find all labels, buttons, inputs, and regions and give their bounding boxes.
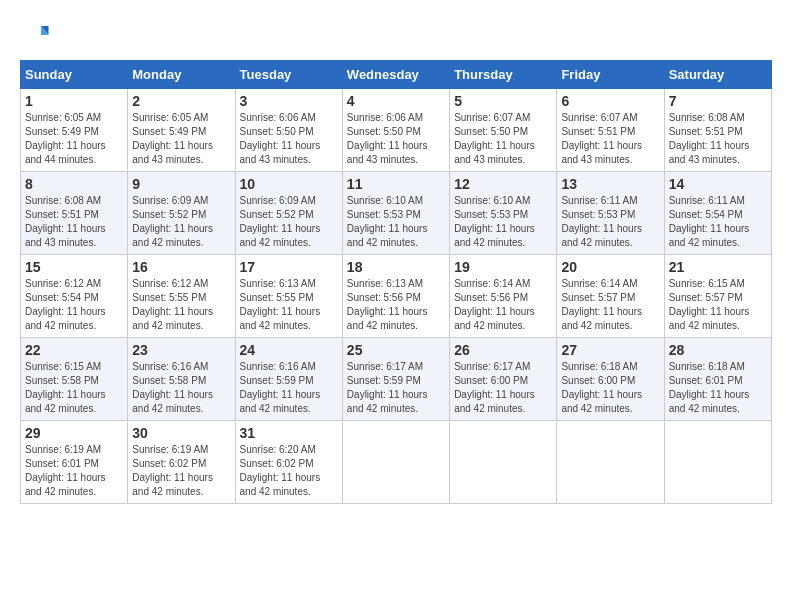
header-day-friday: Friday (557, 61, 664, 89)
header-day-monday: Monday (128, 61, 235, 89)
day-info: Sunrise: 6:12 AM Sunset: 5:54 PM Dayligh… (25, 277, 123, 333)
day-number: 2 (132, 93, 230, 109)
day-number: 10 (240, 176, 338, 192)
calendar-cell: 29Sunrise: 6:19 AM Sunset: 6:01 PM Dayli… (21, 421, 128, 504)
calendar-week-5: 29Sunrise: 6:19 AM Sunset: 6:01 PM Dayli… (21, 421, 772, 504)
calendar-cell: 4Sunrise: 6:06 AM Sunset: 5:50 PM Daylig… (342, 89, 449, 172)
day-info: Sunrise: 6:18 AM Sunset: 6:01 PM Dayligh… (669, 360, 767, 416)
calendar-week-4: 22Sunrise: 6:15 AM Sunset: 5:58 PM Dayli… (21, 338, 772, 421)
calendar-cell (664, 421, 771, 504)
day-info: Sunrise: 6:11 AM Sunset: 5:54 PM Dayligh… (669, 194, 767, 250)
day-info: Sunrise: 6:09 AM Sunset: 5:52 PM Dayligh… (132, 194, 230, 250)
day-info: Sunrise: 6:16 AM Sunset: 5:58 PM Dayligh… (132, 360, 230, 416)
calendar-cell: 24Sunrise: 6:16 AM Sunset: 5:59 PM Dayli… (235, 338, 342, 421)
header-day-sunday: Sunday (21, 61, 128, 89)
calendar-cell: 6Sunrise: 6:07 AM Sunset: 5:51 PM Daylig… (557, 89, 664, 172)
day-info: Sunrise: 6:14 AM Sunset: 5:56 PM Dayligh… (454, 277, 552, 333)
day-number: 16 (132, 259, 230, 275)
day-info: Sunrise: 6:06 AM Sunset: 5:50 PM Dayligh… (240, 111, 338, 167)
day-info: Sunrise: 6:08 AM Sunset: 5:51 PM Dayligh… (669, 111, 767, 167)
calendar-cell: 28Sunrise: 6:18 AM Sunset: 6:01 PM Dayli… (664, 338, 771, 421)
calendar-cell: 23Sunrise: 6:16 AM Sunset: 5:58 PM Dayli… (128, 338, 235, 421)
day-number: 29 (25, 425, 123, 441)
header (20, 20, 772, 50)
calendar-cell: 13Sunrise: 6:11 AM Sunset: 5:53 PM Dayli… (557, 172, 664, 255)
day-number: 15 (25, 259, 123, 275)
calendar-cell (557, 421, 664, 504)
day-number: 22 (25, 342, 123, 358)
calendar-cell: 7Sunrise: 6:08 AM Sunset: 5:51 PM Daylig… (664, 89, 771, 172)
day-number: 3 (240, 93, 338, 109)
calendar-cell: 5Sunrise: 6:07 AM Sunset: 5:50 PM Daylig… (450, 89, 557, 172)
day-number: 7 (669, 93, 767, 109)
day-number: 28 (669, 342, 767, 358)
day-info: Sunrise: 6:05 AM Sunset: 5:49 PM Dayligh… (132, 111, 230, 167)
day-number: 19 (454, 259, 552, 275)
day-info: Sunrise: 6:17 AM Sunset: 6:00 PM Dayligh… (454, 360, 552, 416)
day-number: 17 (240, 259, 338, 275)
header-day-tuesday: Tuesday (235, 61, 342, 89)
calendar-cell: 19Sunrise: 6:14 AM Sunset: 5:56 PM Dayli… (450, 255, 557, 338)
day-number: 31 (240, 425, 338, 441)
day-info: Sunrise: 6:19 AM Sunset: 6:01 PM Dayligh… (25, 443, 123, 499)
calendar-cell: 31Sunrise: 6:20 AM Sunset: 6:02 PM Dayli… (235, 421, 342, 504)
calendar-cell: 3Sunrise: 6:06 AM Sunset: 5:50 PM Daylig… (235, 89, 342, 172)
day-info: Sunrise: 6:17 AM Sunset: 5:59 PM Dayligh… (347, 360, 445, 416)
day-info: Sunrise: 6:10 AM Sunset: 5:53 PM Dayligh… (454, 194, 552, 250)
calendar-cell: 12Sunrise: 6:10 AM Sunset: 5:53 PM Dayli… (450, 172, 557, 255)
day-info: Sunrise: 6:09 AM Sunset: 5:52 PM Dayligh… (240, 194, 338, 250)
calendar-cell (342, 421, 449, 504)
day-info: Sunrise: 6:15 AM Sunset: 5:58 PM Dayligh… (25, 360, 123, 416)
day-number: 21 (669, 259, 767, 275)
day-number: 14 (669, 176, 767, 192)
day-number: 20 (561, 259, 659, 275)
calendar-cell: 21Sunrise: 6:15 AM Sunset: 5:57 PM Dayli… (664, 255, 771, 338)
day-info: Sunrise: 6:12 AM Sunset: 5:55 PM Dayligh… (132, 277, 230, 333)
day-info: Sunrise: 6:08 AM Sunset: 5:51 PM Dayligh… (25, 194, 123, 250)
calendar-cell: 17Sunrise: 6:13 AM Sunset: 5:55 PM Dayli… (235, 255, 342, 338)
calendar-cell: 26Sunrise: 6:17 AM Sunset: 6:00 PM Dayli… (450, 338, 557, 421)
day-number: 4 (347, 93, 445, 109)
day-number: 9 (132, 176, 230, 192)
calendar-cell: 22Sunrise: 6:15 AM Sunset: 5:58 PM Dayli… (21, 338, 128, 421)
day-number: 27 (561, 342, 659, 358)
day-number: 5 (454, 93, 552, 109)
header-row: SundayMondayTuesdayWednesdayThursdayFrid… (21, 61, 772, 89)
day-info: Sunrise: 6:13 AM Sunset: 5:56 PM Dayligh… (347, 277, 445, 333)
day-number: 24 (240, 342, 338, 358)
calendar-cell: 2Sunrise: 6:05 AM Sunset: 5:49 PM Daylig… (128, 89, 235, 172)
calendar-week-3: 15Sunrise: 6:12 AM Sunset: 5:54 PM Dayli… (21, 255, 772, 338)
day-number: 1 (25, 93, 123, 109)
day-number: 25 (347, 342, 445, 358)
calendar-cell: 25Sunrise: 6:17 AM Sunset: 5:59 PM Dayli… (342, 338, 449, 421)
day-info: Sunrise: 6:16 AM Sunset: 5:59 PM Dayligh… (240, 360, 338, 416)
day-info: Sunrise: 6:05 AM Sunset: 5:49 PM Dayligh… (25, 111, 123, 167)
day-number: 30 (132, 425, 230, 441)
day-number: 13 (561, 176, 659, 192)
header-day-saturday: Saturday (664, 61, 771, 89)
day-number: 6 (561, 93, 659, 109)
header-day-thursday: Thursday (450, 61, 557, 89)
calendar-cell: 11Sunrise: 6:10 AM Sunset: 5:53 PM Dayli… (342, 172, 449, 255)
calendar-week-2: 8Sunrise: 6:08 AM Sunset: 5:51 PM Daylig… (21, 172, 772, 255)
logo (20, 20, 54, 50)
header-day-wednesday: Wednesday (342, 61, 449, 89)
day-number: 8 (25, 176, 123, 192)
day-number: 12 (454, 176, 552, 192)
calendar-cell: 30Sunrise: 6:19 AM Sunset: 6:02 PM Dayli… (128, 421, 235, 504)
calendar-cell: 1Sunrise: 6:05 AM Sunset: 5:49 PM Daylig… (21, 89, 128, 172)
calendar-cell (450, 421, 557, 504)
calendar-cell: 27Sunrise: 6:18 AM Sunset: 6:00 PM Dayli… (557, 338, 664, 421)
day-info: Sunrise: 6:10 AM Sunset: 5:53 PM Dayligh… (347, 194, 445, 250)
day-info: Sunrise: 6:20 AM Sunset: 6:02 PM Dayligh… (240, 443, 338, 499)
day-info: Sunrise: 6:06 AM Sunset: 5:50 PM Dayligh… (347, 111, 445, 167)
day-info: Sunrise: 6:18 AM Sunset: 6:00 PM Dayligh… (561, 360, 659, 416)
day-info: Sunrise: 6:11 AM Sunset: 5:53 PM Dayligh… (561, 194, 659, 250)
day-number: 11 (347, 176, 445, 192)
day-number: 26 (454, 342, 552, 358)
day-number: 23 (132, 342, 230, 358)
day-info: Sunrise: 6:07 AM Sunset: 5:50 PM Dayligh… (454, 111, 552, 167)
day-number: 18 (347, 259, 445, 275)
calendar-week-1: 1Sunrise: 6:05 AM Sunset: 5:49 PM Daylig… (21, 89, 772, 172)
calendar-cell: 18Sunrise: 6:13 AM Sunset: 5:56 PM Dayli… (342, 255, 449, 338)
